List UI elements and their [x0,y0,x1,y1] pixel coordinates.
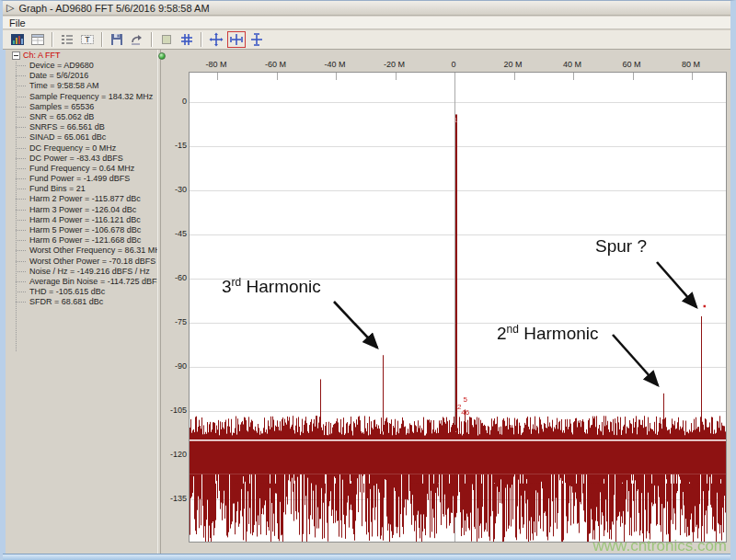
text-label-icon: T [80,32,95,47]
tree-item[interactable]: Time = 9:58:58 AM [6,81,157,91]
tree-item[interactable]: DC Power = -83.43 dBFS [6,154,157,164]
x-tick-label: 0 [435,60,472,69]
x-tick-label: -40 M [316,60,353,69]
second-harmonic-annotation: 2nd Harmonic [497,323,599,344]
title-bar[interactable]: ▷ Graph - AD9680 FFT 5/6/2016 9:58:58 AM [3,1,730,16]
tree-root-label[interactable]: Ch: A FFT [23,51,61,61]
content-area: Ch: A FFT Device = AD9680Date = 5/6/2016… [3,50,730,554]
pan-icon [209,32,224,47]
tree-item[interactable]: Device = AD9680 [6,61,157,71]
status-led-icon [158,52,166,60]
tree-root-row: Ch: A FFT [6,51,157,61]
spur-annotation: Spur ? [595,236,647,257]
toolbar-separator [52,32,53,47]
crosshair-v-button[interactable] [247,31,266,48]
save-button[interactable] [108,31,126,48]
menu-file[interactable]: File [3,17,32,29]
export-button[interactable] [128,31,146,48]
app-icon: ▷ [6,3,14,13]
third-harmonic-annotation: 3rd Harmonic [222,276,321,297]
tree-item[interactable]: Harm 4 Power = -116.121 dBc [6,215,157,225]
window-title: Graph - AD9680 FFT 5/6/2016 9:58:58 AM [18,3,209,14]
y-tick-label: -135 [163,494,187,503]
tree-collapse-icon[interactable] [12,51,20,60]
x-tick-label: -20 M [376,60,413,69]
text-label-button[interactable]: T [78,31,97,48]
tree-item[interactable]: Noise / Hz = -149.216 dBFS / Hz [6,267,157,277]
datagrid-icon [30,32,45,47]
single-pane-button[interactable] [157,31,176,48]
x-tick-label: 20 M [495,60,532,69]
tree-item[interactable]: SFDR = 68.681 dBc [6,297,157,307]
tree-item[interactable]: Harm 5 Power = -106.678 dBc [6,225,157,235]
list-button[interactable] [58,31,76,48]
toolbar-separator [151,32,153,47]
y-tick-label: -15 [163,141,187,150]
x-tick-label: -80 M [198,60,235,69]
x-tick-label: 60 M [614,60,650,69]
fft-plot-canvas[interactable] [189,72,727,543]
window-border [3,50,6,554]
graph-settings-button[interactable] [8,31,27,48]
watermark: www.cntronics.com [593,537,727,555]
y-tick-label: -120 [163,450,187,459]
x-tick-label: 80 M [673,60,709,69]
tree-item[interactable]: THD = -105.615 dBc [6,287,157,297]
tree-item[interactable]: SNRFS = 66.561 dB [6,122,157,132]
tree-item[interactable]: SINAD = 65.061 dBc [6,132,157,143]
y-tick-label: -105 [163,406,187,415]
y-tick-label: -60 [163,273,187,282]
y-tick-label: -90 [163,361,187,371]
tree-item[interactable]: DC Frequency = 0 MHz [6,143,157,154]
tree-item[interactable]: Average Bin Noise = -114.725 dBFS [6,277,157,287]
tree-item[interactable]: Fund Power = -1.499 dBFS [6,174,157,184]
results-tree: Ch: A FFT Device = AD9680Date = 5/6/2016… [6,51,157,308]
list-icon [60,32,75,47]
tree-item[interactable]: Harm 2 Power = -115.877 dBc [6,194,157,204]
tree-item[interactable]: Harm 6 Power = -121.668 dBc [6,235,157,246]
tree-item[interactable]: Samples = 65536 [6,102,157,112]
toolbar: T [3,30,730,50]
crosshair-h-icon [229,32,244,47]
x-tick-label: -60 M [258,60,294,69]
grid-panes-button[interactable] [178,31,196,48]
app-window: ▷ Graph - AD9680 FFT 5/6/2016 9:58:58 AM… [0,0,736,560]
tree-item[interactable]: Worst Other Frequency = 86.31 MHz [6,246,157,256]
svg-text:T: T [85,35,90,44]
results-tree-panel: Ch: A FFT Device = AD9680Date = 5/6/2016… [6,51,157,553]
y-tick-label: -45 [163,229,187,238]
y-tick-label: 0 [163,97,187,106]
tree-item[interactable]: Fund Frequency = 0.64 MHz [6,164,157,174]
tree-item[interactable]: Date = 5/6/2016 [6,71,157,81]
tree-item[interactable]: Sample Frequency = 184.32 MHz [6,92,157,102]
y-tick-label: -75 [163,317,187,326]
single-pane-icon [159,32,174,47]
grid-panes-icon [179,32,194,47]
tree-item[interactable]: SNR = 65.062 dB [6,112,157,122]
y-tick-label: -30 [163,185,187,194]
tree-item[interactable]: Harm 3 Power = -126.04 dBc [6,205,157,215]
crosshair-h-button[interactable] [227,31,246,48]
x-tick-label: 40 M [554,60,591,69]
toolbar-separator [201,32,202,47]
plot-panel: -80 M-60 M-40 M-20 M020 M40 M60 M80 M0-1… [161,50,730,554]
pan-button[interactable] [207,31,225,48]
tree-item[interactable]: Worst Other Power = -70.18 dBFS [6,257,157,267]
datagrid-button[interactable] [29,31,47,48]
tree-item[interactable]: Fund Bins = 21 [6,184,157,194]
crosshair-v-icon [249,32,264,47]
export-icon [130,32,144,47]
graph-settings-icon [10,32,25,47]
toolbar-separator [101,32,103,47]
menu-bar: File [3,17,730,29]
save-icon [109,32,124,47]
